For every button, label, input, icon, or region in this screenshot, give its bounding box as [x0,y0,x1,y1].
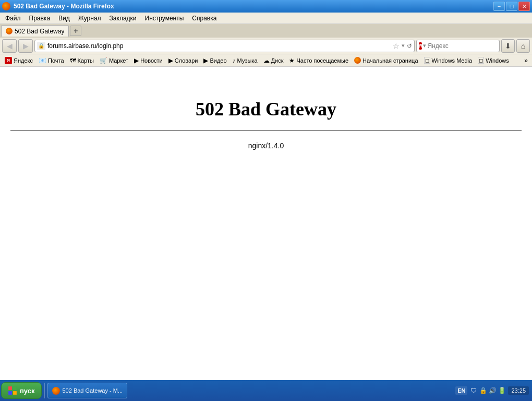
address-bar: 🔒 ☆ ▾ ↺ [34,40,415,52]
search-box: Я ▾ 🔍 [416,40,500,52]
titlebar-left: 502 Bad Gateway - Mozilla Firefox [2,2,114,10]
minimize-button[interactable]: − [493,2,505,11]
home-icon: ⌂ [521,42,525,50]
bookmark-disk[interactable]: ☁ Диск [261,56,286,65]
bookmark-label: Почта [48,57,64,64]
disk-icon: ☁ [263,57,270,64]
new-tab-button[interactable]: + [70,26,81,36]
browser-content: 502 Bad Gateway nginx/1.4.0 [0,67,532,380]
menu-view[interactable]: Вид [54,14,74,23]
bookmark-homepage[interactable]: Начальная страница [352,56,420,65]
bookmark-label: Видео [210,57,226,64]
frequent-icon: ★ [289,57,295,64]
bookmark-maps[interactable]: 🗺 Карты [67,56,96,65]
bookmark-label: Новости [140,57,163,64]
bookmark-label: Музыка [237,57,258,64]
bookmark-label: Маркет [109,57,128,64]
titlebar-controls: − □ ✕ [493,2,530,11]
bookmark-label: Windows [486,57,509,64]
menu-tools[interactable]: Инструменты [141,14,188,23]
search-dropdown-icon[interactable]: ▾ [423,42,426,49]
bookmark-label: Яндекс [14,57,33,64]
bookmark-music[interactable]: ♪ Музыка [230,56,260,65]
dict-icon: ▶ [168,57,173,64]
back-button[interactable]: ◀ [2,39,17,53]
bookmark-news[interactable]: ▶ Новости [131,56,165,65]
error-subtitle: nginx/1.4.0 [248,141,284,150]
navbar: ◀ ▶ 🔒 ☆ ▾ ↺ Я ▾ 🔍 ⬇ ⌂ [0,38,532,54]
mail-icon: 📧 [39,57,46,64]
bookmark-label: Начальная страница [362,57,418,64]
bookmark-frequent[interactable]: ★ Часто посещаемые [286,56,351,65]
bookmark-label: Часто посещаемые [296,57,348,64]
bookmark-label: Карты [78,57,94,64]
bookmark-label: Windows Media [432,57,473,64]
tab-label: 502 Bad Gateway [15,28,64,35]
yandex-icon: Я [5,57,12,64]
news-icon: ▶ [134,57,139,64]
error-divider [10,131,522,131]
back-icon: ◀ [7,42,13,50]
reload-button[interactable]: ↺ [407,42,412,50]
bookmark-star-icon[interactable]: ☆ [393,42,400,50]
dropdown-icon[interactable]: ▾ [402,42,405,49]
bookmark-mail[interactable]: 📧 Почта [36,56,67,65]
page-icon: 🔒 [37,42,45,50]
bookmark-label: Словари [175,57,198,64]
download-icon: ⬇ [505,42,511,50]
bookmark-yandex[interactable]: Я Яндекс [2,56,35,65]
close-button[interactable]: ✕ [518,2,530,11]
firefox-icon [2,2,10,10]
menu-history[interactable]: Журнал [74,14,105,23]
menu-bookmarks[interactable]: Закладки [105,14,141,23]
menu-help[interactable]: Справка [188,14,221,23]
tab-favicon [6,28,13,34]
maps-icon: 🗺 [70,57,76,64]
market-icon: 🛒 [100,57,107,64]
tab-active[interactable]: 502 Bad Gateway [1,25,69,37]
windows-media-icon: ◻ [424,57,430,64]
bookmark-market[interactable]: 🛒 Маркет [97,56,131,65]
menubar: Файл Правка Вид Журнал Закладки Инструме… [0,13,532,24]
download-button[interactable]: ⬇ [501,39,515,53]
menu-edit[interactable]: Правка [25,14,55,23]
bookmarks-bar: Я Яндекс 📧 Почта 🗺 Карты 🛒 Маркет ▶ Ново… [0,54,532,67]
bookmarks-more-button[interactable]: » [522,56,530,65]
maximize-button[interactable]: □ [506,2,517,11]
bookmark-windows-media[interactable]: ◻ Windows Media [421,56,475,65]
error-title: 502 Bad Gateway [196,98,336,120]
home-button[interactable]: ⌂ [516,39,530,53]
forward-icon: ▶ [23,42,29,50]
windows-icon: ◻ [478,57,484,64]
bookmark-windows[interactable]: ◻ Windows [475,56,512,65]
search-input[interactable] [427,42,505,50]
menu-file[interactable]: Файл [1,14,25,23]
homepage-icon [354,57,361,64]
bookmark-video[interactable]: ▶ Видео [201,56,229,65]
address-input[interactable] [47,42,391,50]
titlebar: 502 Bad Gateway - Mozilla Firefox − □ ✕ [0,0,532,13]
window-title: 502 Bad Gateway - Mozilla Firefox [14,3,114,10]
video-icon: ▶ [203,57,208,64]
bookmark-label: Диск [271,57,284,64]
tabbar: 502 Bad Gateway + [0,24,532,38]
forward-button[interactable]: ▶ [18,39,33,53]
music-icon: ♪ [233,57,236,64]
search-engine-icon: Я [419,42,422,50]
bookmark-dict[interactable]: ▶ Словари [166,56,201,65]
